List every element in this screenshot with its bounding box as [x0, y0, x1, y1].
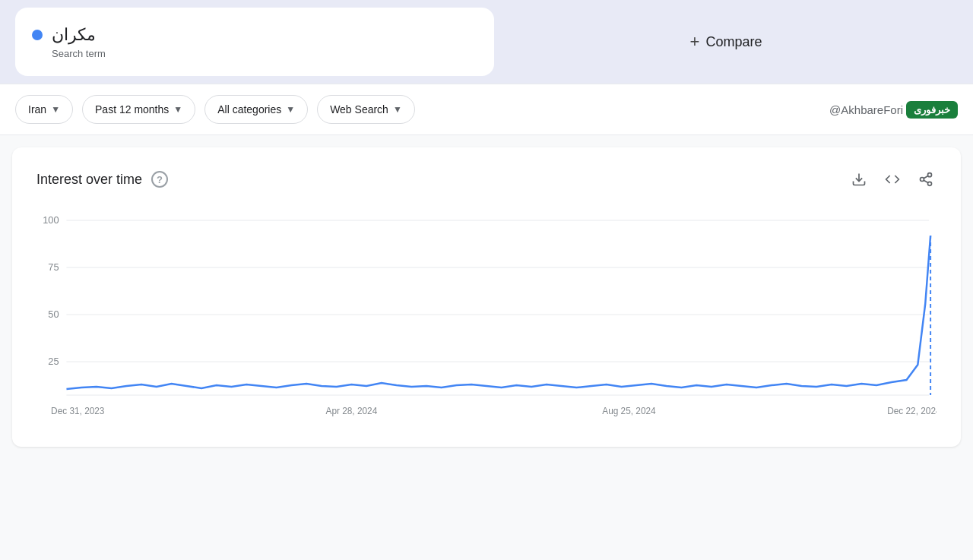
compare-label: Compare	[705, 34, 762, 50]
download-button[interactable]	[848, 169, 870, 190]
chart-container: 100 75 50 25 Dec 31, 2023 Apr 28, 2024 A…	[36, 213, 937, 426]
chart-svg: 100 75 50 25 Dec 31, 2023 Apr 28, 2024 A…	[36, 213, 937, 426]
search-type-filter-label: Web Search	[330, 103, 388, 115]
embed-button[interactable]	[882, 169, 903, 190]
svg-text:50: 50	[48, 308, 59, 320]
svg-text:Dec 22, 2024: Dec 22, 2024	[887, 406, 937, 416]
chart-section: Interest over time ?	[12, 147, 961, 447]
svg-text:Aug 25, 2024: Aug 25, 2024	[602, 406, 656, 416]
search-type-filter[interactable]: Web Search ▼	[317, 95, 415, 124]
categories-chevron-icon: ▼	[286, 104, 295, 115]
watermark-logo: خبرفوری	[906, 101, 958, 119]
svg-line-4	[924, 180, 928, 182]
chart-title: Interest over time	[36, 172, 142, 188]
help-icon[interactable]: ?	[151, 171, 168, 188]
search-type-chevron-icon: ▼	[393, 104, 402, 115]
chart-actions	[848, 169, 937, 190]
region-filter[interactable]: Iran ▼	[15, 95, 73, 124]
top-bar: مکران Search term + Compare	[0, 0, 973, 84]
compare-plus-icon: +	[690, 32, 700, 52]
region-chevron-icon: ▼	[51, 104, 60, 115]
categories-filter[interactable]: All categories ▼	[204, 95, 308, 124]
svg-text:75: 75	[48, 261, 59, 273]
time-range-filter-label: Past 12 months	[95, 103, 169, 115]
search-term-text: مکران	[52, 25, 96, 45]
categories-filter-label: All categories	[217, 103, 281, 115]
chart-header: Interest over time ?	[36, 169, 937, 190]
svg-text:Dec 31, 2023: Dec 31, 2023	[51, 406, 105, 416]
svg-point-3	[928, 182, 932, 185]
region-filter-label: Iran	[28, 103, 46, 115]
svg-text:100: 100	[43, 214, 59, 226]
svg-text:Apr 28, 2024: Apr 28, 2024	[326, 406, 378, 416]
watermark-logo-text: خبرفوری	[914, 104, 950, 115]
search-term-box: مکران Search term	[15, 8, 494, 76]
time-range-chevron-icon: ▼	[173, 104, 182, 115]
time-range-filter[interactable]: Past 12 months ▼	[82, 95, 195, 124]
svg-point-1	[928, 173, 932, 177]
search-term-dot	[32, 30, 43, 40]
compare-button[interactable]: + Compare	[494, 32, 958, 52]
watermark-handle: @AkhbareFori	[829, 103, 903, 116]
svg-line-5	[924, 176, 928, 178]
watermark: @AkhbareFori خبرفوری	[829, 101, 958, 119]
share-button[interactable]	[915, 169, 937, 190]
svg-point-2	[921, 178, 924, 182]
search-term-label: Search term	[52, 48, 477, 59]
filter-bar: Iran ▼ Past 12 months ▼ All categories ▼…	[0, 84, 973, 135]
svg-text:25: 25	[48, 356, 59, 367]
